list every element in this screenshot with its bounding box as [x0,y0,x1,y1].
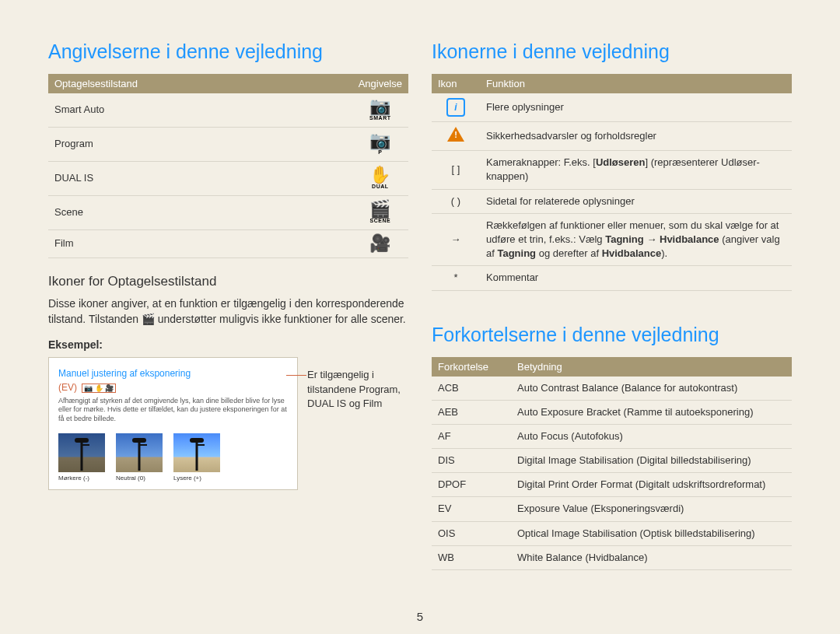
page-number: 5 [0,610,840,623]
icons-table: Ikon Funktion iFlere oplysningerSikkerhe… [432,74,792,291]
thumbnail-image [116,433,163,472]
table-row: Scene🎬SCENE [48,195,408,229]
mode-label: Scene [48,195,352,229]
shooting-mode-table: Optagelsestilstand Angivelse Smart Auto📷… [48,74,408,258]
abbr-heading: Forkortelserne i denne vejledning [432,324,792,346]
callout-title: Manuel justering af eksponering [58,368,191,379]
table-row: [ ]Kameraknapper: F.eks. [Udløseren] (re… [432,151,792,189]
abbr-meaning: Auto Contrast Balance (Balance for autok… [511,377,792,401]
example-callout: Manuel justering af eksponering (EV) 📷 ✋… [48,357,298,490]
abbr-meaning: Auto Exposure Bracket (Ramme til autoeks… [511,400,792,424]
icon-cell: * [432,266,480,290]
symbol-icon: [ ] [452,163,460,175]
table-row: Sikkerhedsadvarsler og forholdsregler [432,122,792,151]
mode-label: Film [48,229,352,257]
col-header-abbr: Forkortelse [432,357,511,377]
col-header-mode: Optagelsestilstand [48,74,352,93]
mode-icons-subheading: Ikoner for Optagelsestilstand [48,274,408,289]
icon-cell: ( ) [432,189,480,213]
abbr-meaning: Digital Print Order Format (Digitalt uds… [511,473,792,497]
function-cell: Flere oplysninger [480,93,792,122]
table-row: AFAuto Focus (Autofokus) [432,424,792,448]
table-row: WBWhite Balance (Hvidbalance) [432,545,792,569]
exposure-thumbnail: Neutral (0) [116,433,163,482]
abbr-short: EV [432,497,511,521]
exposure-thumbnails: Mørkere (-)Neutral (0)Lysere (+) [58,433,288,482]
mode-label: DUAL IS [48,161,352,195]
function-cell: Rækkefølgen af funktioner eller menuer, … [480,213,792,266]
abbr-short: ACB [432,377,511,401]
thumbnail-caption: Mørkere (-) [58,475,105,482]
callout-aside: Er tilgængelig i tilstandene Program, DU… [307,357,408,412]
function-cell: Kameraknapper: F.eks. [Udløseren] (repræ… [480,151,792,189]
abbr-meaning: Digital Image Stabilisation (Digital bil… [511,449,792,473]
symbol-icon: → [451,233,461,245]
table-row: ACBAuto Contrast Balance (Balance for au… [432,377,792,401]
dual-is-icon: ✋DUAL [352,161,408,195]
abbr-table: Forkortelse Betydning ACBAuto Contrast B… [432,357,792,571]
table-row: Smart Auto📷SMART [48,93,408,127]
table-row: DISDigital Image Stabilisation (Digital … [432,449,792,473]
manual-page: Angivelserne i denne vejledning Optagels… [0,0,840,634]
callout-ev: (EV) [58,382,77,393]
table-row: EVExposure Value (Eksponeringsværdi) [432,497,792,521]
col-header-indication: Angivelse [352,74,408,93]
mode-label: Smart Auto [48,93,352,127]
function-cell: Sidetal for relaterede oplysninger [480,189,792,213]
abbr-short: AEB [432,400,511,424]
abbr-short: WB [432,545,511,569]
abbr-short: OIS [432,521,511,545]
icon-cell: [ ] [432,151,480,189]
example-label: Eksempel: [48,338,408,351]
function-cell: Sikkerhedsadvarsler og forholdsregler [480,122,792,151]
table-row: OISOptical Image Stabilisation (Optisk b… [432,521,792,545]
abbr-short: DPOF [432,473,511,497]
col-header-meaning: Betydning [511,357,792,377]
abbr-short: AF [432,424,511,448]
exposure-thumbnail: Lysere (+) [173,433,220,482]
table-row: Film🎥 [48,229,408,257]
right-column: Ikonerne i denne vejledning Ikon Funktio… [432,40,792,570]
thumbnail-caption: Lysere (+) [173,475,220,482]
indications-heading: Angivelserne i denne vejledning [48,40,408,63]
callout-description: Afhængigt af styrken af det omgivende ly… [58,397,288,424]
thumbnail-caption: Neutral (0) [116,475,163,482]
col-header-icon: Ikon [432,74,480,93]
exposure-thumbnail: Mørkere (-) [58,433,105,482]
icon-cell [432,122,480,151]
example-block: Manuel justering af eksponering (EV) 📷 ✋… [48,357,408,490]
scene-icon: 🎬SCENE [352,195,408,229]
callout-leader-line [286,375,306,376]
film-icon: 🎥 [352,229,408,257]
table-row: iFlere oplysninger [432,93,792,122]
symbol-icon: ( ) [451,195,460,207]
abbr-short: DIS [432,449,511,473]
warning-icon [447,127,464,142]
icon-cell: → [432,213,480,266]
mode-label: Program [48,127,352,161]
callout-mode-icons: 📷 ✋ 🎥 [82,384,116,393]
table-row: AEBAuto Exposure Bracket (Ramme til auto… [432,400,792,424]
col-header-function: Funktion [480,74,792,93]
table-row: ( )Sidetal for relaterede oplysninger [432,189,792,213]
table-row: →Rækkefølgen af funktioner eller menuer,… [432,213,792,266]
symbol-icon: * [453,271,457,283]
function-cell: Kommentar [480,266,792,290]
mode-icons-body: Disse ikoner angiver, at en funktion er … [48,296,408,328]
left-column: Angivelserne i denne vejledning Optagels… [48,40,408,570]
two-column-layout: Angivelserne i denne vejledning Optagels… [48,40,792,570]
abbr-meaning: White Balance (Hvidbalance) [511,545,792,569]
camera-p-icon: 📷P [352,127,408,161]
thumbnail-image [173,433,220,472]
table-row: DPOFDigital Print Order Format (Digitalt… [432,473,792,497]
table-row: Program📷P [48,127,408,161]
icons-heading: Ikonerne i denne vejledning [432,40,792,63]
abbr-meaning: Optical Image Stabilisation (Optisk bill… [511,521,792,545]
abbr-meaning: Exposure Value (Eksponeringsværdi) [511,497,792,521]
icon-cell: i [432,93,480,122]
abbr-meaning: Auto Focus (Autofokus) [511,424,792,448]
camera-smart-icon: 📷SMART [352,93,408,127]
thumbnail-image [58,433,105,472]
info-icon: i [446,98,465,117]
table-row: DUAL IS✋DUAL [48,161,408,195]
